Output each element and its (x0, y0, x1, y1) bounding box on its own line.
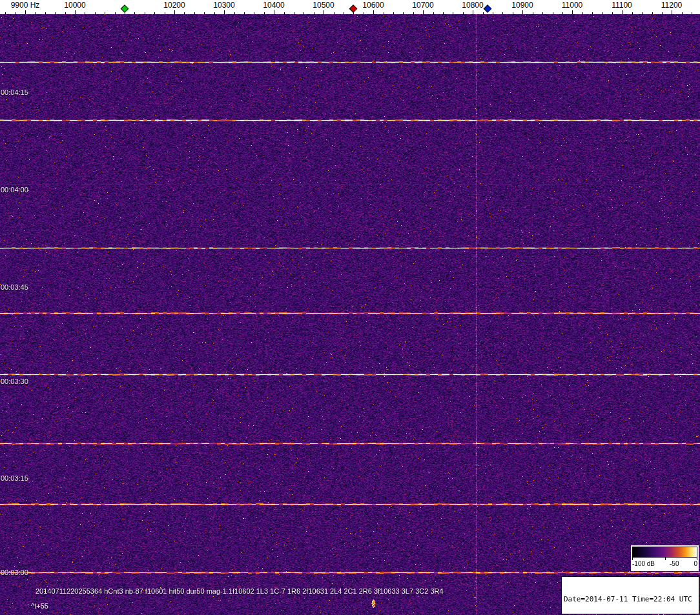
freq-tick-major (373, 10, 374, 14)
freq-tick-minor (204, 12, 205, 14)
freq-tick-minor (194, 12, 195, 14)
freq-tick-minor (165, 12, 165, 14)
freq-tick-minor (364, 12, 364, 14)
freq-tick-minor (85, 12, 85, 14)
freq-tick-minor (612, 12, 613, 14)
freq-tick-minor (55, 12, 56, 14)
waterfall-display: 00:04:1500:04:0000:03:4500:03:3000:03:15… (0, 14, 700, 615)
freq-tick-minor (5, 12, 6, 14)
freq-tick-minor (134, 12, 135, 14)
freq-tick-minor (105, 12, 105, 14)
time-tick-label: 00:03:00 (1, 569, 28, 576)
freq-tick-minor (314, 12, 314, 14)
time-tick-label: 00:03:45 (1, 283, 28, 291)
colorbar-label-max: 0 (694, 560, 697, 569)
freq-tick-minor (334, 12, 335, 14)
freq-tick-minor (542, 12, 543, 14)
hit-detection-annotation: 20140711220255364 hCnt3 nb-87 f10601 hit… (36, 587, 444, 595)
colorbar-labels: -100 dB -50 0 (632, 560, 697, 569)
freq-tick-minor (652, 12, 653, 14)
freq-tick-label: 11200 (661, 1, 682, 10)
freq-tick-minor (483, 12, 484, 14)
freq-tick-label: 10000 (64, 1, 85, 10)
info-date-time: Date=2014-07-11 Time=22:04 UTC (564, 595, 697, 603)
freq-tick-minor (413, 12, 414, 14)
freq-tick-minor (45, 12, 46, 14)
freq-tick-minor (115, 12, 116, 14)
freq-tick-minor (662, 12, 663, 14)
freq-tick-minor (234, 12, 235, 14)
freq-tick-minor (463, 12, 464, 14)
freq-tick-label: 10700 (412, 1, 433, 10)
freq-tick-minor (433, 12, 434, 14)
freq-tick-major (75, 10, 76, 14)
freq-tick-minor (284, 12, 285, 14)
freq-tick-label: 10300 (213, 1, 234, 10)
freq-tick-minor (35, 12, 36, 14)
freq-tick-minor (264, 12, 265, 14)
freq-tick-minor (294, 12, 294, 14)
freq-tick-major (25, 10, 26, 14)
time-tick-label: 00:03:30 (1, 378, 28, 385)
freq-tick-label: 10600 (362, 1, 384, 10)
observation-info-box: Date=2014-07-11 Time=22:04 UTC Freq=143 … (561, 576, 699, 614)
colorbar-label-min: -100 dB (632, 560, 655, 569)
colorbar-label-mid: -50 (670, 560, 679, 569)
freq-tick-minor (632, 12, 633, 14)
spectrogram-app-window: 9900 Hz100001020010300104001050010600107… (0, 0, 700, 615)
freq-tick-minor (145, 12, 145, 14)
freq-tick-label: 10200 (163, 1, 185, 10)
time-tick-label: 00:03:15 (1, 474, 28, 482)
freq-marker-green-diamond-icon (121, 5, 129, 13)
freq-tick-minor (403, 12, 404, 14)
freq-tick-minor (582, 12, 583, 14)
freq-tick-label: 10800 (462, 1, 483, 10)
freq-tick-minor (95, 12, 96, 14)
freq-tick-minor (682, 12, 683, 14)
freq-tick-minor (443, 12, 444, 14)
freq-tick-minor (15, 12, 16, 14)
time-tick-label: 00:04:00 (1, 186, 28, 194)
frequency-ruler: 9900 Hz100001020010300104001050010600107… (0, 0, 700, 14)
freq-tick-label: 10500 (313, 1, 334, 10)
freq-tick-minor (384, 12, 384, 14)
freq-tick-minor (642, 12, 643, 14)
freq-tick-minor (692, 12, 692, 14)
freq-tick-major (572, 10, 573, 14)
freq-tick-minor (592, 12, 593, 14)
freq-tick-major (522, 10, 523, 14)
freq-tick-label: 11100 (612, 1, 632, 10)
freq-tick-minor (154, 12, 155, 14)
freq-tick-minor (254, 12, 254, 14)
freq-tick-label: 10400 (263, 1, 284, 10)
freq-tick-major (423, 10, 424, 14)
colorbar-gradient (632, 547, 697, 558)
freq-tick-minor (304, 12, 304, 14)
freq-tick-minor (244, 12, 245, 14)
freq-marker-blue-diamond-icon (484, 5, 492, 13)
freq-tick-minor (393, 12, 394, 14)
freq-tick-minor (344, 12, 344, 14)
freq-tick-major (473, 10, 473, 14)
freq-tick-minor (453, 12, 453, 14)
freq-tick-minor (513, 12, 513, 14)
freq-tick-minor (184, 12, 185, 14)
freq-tick-label: 11000 (562, 1, 582, 10)
freq-tick-minor (533, 12, 533, 14)
freq-tick-minor (65, 12, 66, 14)
freq-tick-minor (562, 12, 563, 14)
freq-tick-major (174, 10, 175, 14)
freq-marker-red-diamond-icon (349, 5, 358, 13)
colorbar: -100 dB -50 0 (631, 545, 699, 571)
freq-tick-major (622, 10, 623, 14)
freq-tick-minor (602, 12, 603, 14)
freq-tick-major (274, 10, 274, 14)
freq-tick-major (224, 10, 225, 14)
freq-tick-major (672, 10, 672, 14)
freq-tick-minor (214, 12, 215, 14)
freq-tick-minor (553, 12, 553, 14)
freq-tick-minor (493, 12, 493, 14)
spectrogram-canvas (0, 14, 700, 615)
freq-tick-minor (502, 12, 503, 14)
freq-tick-major (324, 10, 324, 14)
